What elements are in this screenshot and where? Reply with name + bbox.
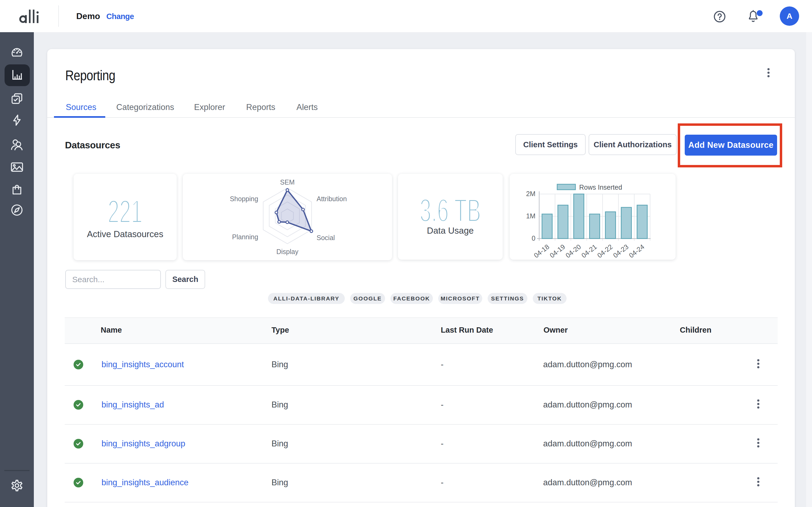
svg-text:04-24: 04-24 <box>627 243 646 259</box>
svg-text:Display: Display <box>276 248 298 256</box>
svg-text:SEM: SEM <box>280 178 295 186</box>
svg-text:04-23: 04-23 <box>612 243 630 259</box>
svg-text:Attribution: Attribution <box>317 195 347 203</box>
svg-text:0: 0 <box>532 234 536 242</box>
svg-text:Rows Inserted: Rows Inserted <box>579 183 622 191</box>
svg-text:1M: 1M <box>526 212 536 220</box>
svg-text:Social: Social <box>317 234 335 241</box>
svg-text:04-18: 04-18 <box>532 243 551 259</box>
svg-text:Shopping: Shopping <box>230 195 258 203</box>
svg-text:2M: 2M <box>526 190 536 198</box>
svg-text:04-22: 04-22 <box>596 243 614 259</box>
svg-text:Planning: Planning <box>232 233 258 241</box>
svg-text:04-20: 04-20 <box>564 243 582 259</box>
svg-text:04-21: 04-21 <box>580 243 598 259</box>
svg-text:04-19: 04-19 <box>548 243 567 259</box>
